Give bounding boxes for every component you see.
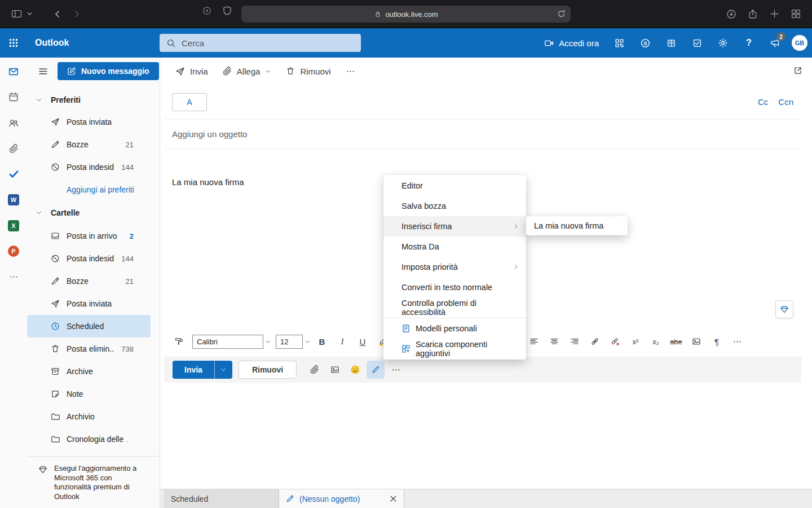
sidebar-item-bozze-fav[interactable]: Bozze 21 — [27, 133, 151, 156]
to-button[interactable]: A — [172, 93, 207, 111]
align-right-icon[interactable] — [566, 332, 584, 351]
strikethrough-button[interactable]: abe — [667, 332, 685, 351]
font-name-input[interactable] — [192, 335, 263, 349]
draw-pen-icon[interactable] — [367, 361, 385, 379]
search-bar[interactable] — [160, 34, 361, 52]
menu-item-salva-bozza[interactable]: Salva bozza — [383, 196, 526, 216]
sidebar-item-archive[interactable]: Archive — [27, 360, 151, 383]
align-left-icon[interactable] — [525, 332, 543, 351]
menu-item-editor[interactable]: Editor — [383, 176, 526, 196]
collapse-sidebar-icon[interactable] — [34, 62, 52, 80]
tab-overview-icon[interactable] — [787, 6, 804, 23]
send-toolbar-button[interactable]: Invia — [169, 61, 215, 81]
privacy-shield-icon[interactable] — [222, 6, 232, 16]
discard-button[interactable]: Rimuovi — [239, 361, 297, 379]
sidebar-item-posta-indesiderata[interactable]: Posta indesid... 144 — [27, 247, 151, 270]
sidebar-item-posta-inviata[interactable]: Posta inviata — [27, 292, 151, 315]
new-message-button[interactable]: Nuovo messaggio — [58, 62, 159, 80]
avatar[interactable]: GB — [792, 35, 807, 51]
rail-people-icon[interactable] — [0, 110, 27, 136]
bold-button[interactable]: B — [313, 332, 331, 351]
menu-item-modelli-personali[interactable]: Modelli personali — [383, 318, 526, 339]
share-icon[interactable] — [744, 6, 761, 23]
back-icon[interactable] — [49, 6, 66, 23]
signature-submenu-item[interactable]: La mia nuova firma — [526, 216, 628, 235]
insert-image-icon[interactable] — [687, 332, 705, 351]
insert-picture-icon[interactable] — [326, 361, 344, 379]
format-painter-icon[interactable] — [170, 332, 188, 351]
rail-word-icon[interactable]: W — [0, 187, 27, 213]
sidebar-item-note[interactable]: Note — [27, 383, 151, 405]
tab-draft[interactable]: (Nessun oggetto) — [279, 489, 404, 508]
add-to-favorites-link[interactable]: Aggiungi ai preferiti — [27, 178, 160, 201]
bcc-button[interactable]: Ccn — [778, 97, 793, 107]
open-in-new-window-icon[interactable] — [793, 65, 803, 76]
menu-item-controlla-accessibilita[interactable]: Controlla problemi di accessibilità — [383, 297, 526, 318]
menu-item-inserisci-firma[interactable]: Inserisci firma — [383, 216, 526, 237]
send-button[interactable]: Invia — [173, 361, 214, 379]
italic-button[interactable]: I — [333, 332, 351, 351]
tab-scheduled[interactable]: Scheduled — [164, 489, 279, 508]
whats-new-megaphone-icon[interactable]: 2 — [764, 32, 786, 54]
footer-more-icon[interactable] — [387, 361, 405, 379]
cc-button[interactable]: Cc — [758, 97, 768, 107]
menu-item-scarica-componenti[interactable]: Scarica componenti aggiuntivi — [383, 339, 526, 359]
sidebar-item-bozze[interactable]: Bozze 21 — [27, 270, 151, 292]
sidebar-item-posta-in-arrivo[interactable]: Posta in arrivo 2 — [27, 225, 151, 247]
sidebar-toggle-chevron-icon[interactable] — [27, 11, 32, 16]
sidebar-item-cronologia[interactable]: Cronologia delle ... — [27, 428, 151, 450]
rail-calendar-icon[interactable] — [0, 85, 27, 111]
premium-upgrade-banner[interactable]: Esegui l'aggiornamento a Microsoft 365 c… — [27, 456, 160, 508]
emoji-icon[interactable] — [346, 361, 364, 379]
paragraph-direction-icon[interactable]: ¶ — [708, 332, 726, 351]
search-input[interactable] — [182, 38, 354, 48]
sidebar-item-posta-eliminata[interactable]: Posta elimin... 738 — [27, 338, 151, 360]
menu-item-mostra-da[interactable]: Mostra Da — [383, 237, 526, 257]
mobile-app-qr-icon[interactable] — [608, 32, 630, 54]
rail-mail-icon[interactable] — [0, 59, 27, 85]
meet-now-button[interactable]: Accedi ora — [544, 38, 599, 48]
superscript-button[interactable]: x² — [626, 332, 645, 351]
rail-excel-icon[interactable]: X — [0, 213, 27, 239]
close-tab-icon[interactable] — [390, 495, 397, 502]
menu-item-imposta-priorita[interactable]: Imposta priorità — [383, 257, 526, 277]
immersive-reader-icon[interactable] — [660, 32, 682, 54]
help-icon[interactable]: ? — [738, 32, 760, 54]
rail-todo-icon[interactable] — [0, 161, 27, 187]
premium-diamond-button[interactable] — [775, 300, 793, 318]
forward-icon[interactable] — [68, 6, 85, 23]
attach-toolbar-button[interactable]: Allega — [216, 61, 279, 81]
sidebar-toggle-icon[interactable] — [8, 6, 25, 23]
align-center-icon[interactable] — [545, 332, 563, 351]
sidebar-item-archivio[interactable]: Archivio — [27, 405, 151, 428]
menu-item-converti-testo-normale[interactable]: Converti in testo normale — [383, 277, 526, 297]
attach-file-icon[interactable] — [306, 361, 324, 379]
address-bar[interactable]: outlook.live.com — [241, 6, 571, 23]
font-name-chevron-icon[interactable] — [263, 335, 272, 349]
format-more-icon[interactable] — [728, 332, 746, 351]
app-launcher-icon[interactable] — [0, 28, 27, 58]
folders-section-header[interactable]: Cartelle — [27, 202, 160, 224]
subject-input[interactable]: Aggiungi un oggetto — [164, 120, 801, 149]
rail-attachments-icon[interactable] — [0, 136, 27, 162]
extension-icon[interactable] — [202, 6, 212, 16]
rail-more-icon[interactable] — [0, 264, 27, 290]
font-size-input[interactable] — [276, 335, 303, 349]
insert-link-icon[interactable] — [586, 332, 604, 351]
reload-icon[interactable] — [557, 9, 566, 19]
rail-powerpoint-icon[interactable]: P — [0, 239, 27, 265]
more-toolbar-button[interactable] — [339, 61, 362, 81]
send-options-chevron-icon[interactable] — [214, 361, 232, 379]
skype-icon[interactable]: S — [634, 32, 656, 54]
checklist-icon[interactable] — [686, 32, 708, 54]
new-tab-icon[interactable] — [766, 6, 783, 23]
favorites-section-header[interactable]: Preferiti — [27, 89, 160, 111]
downloads-icon[interactable] — [723, 6, 740, 23]
remove-link-icon[interactable] — [606, 332, 624, 351]
settings-gear-icon[interactable] — [712, 32, 734, 54]
font-size-chevron-icon[interactable] — [303, 335, 312, 349]
sidebar-item-scheduled[interactable]: Scheduled — [27, 315, 151, 338]
sidebar-item-posta-inviata-fav[interactable]: Posta inviata — [27, 111, 151, 133]
underline-button[interactable]: U — [354, 332, 372, 351]
discard-toolbar-button[interactable]: Rimuovi — [279, 61, 337, 81]
